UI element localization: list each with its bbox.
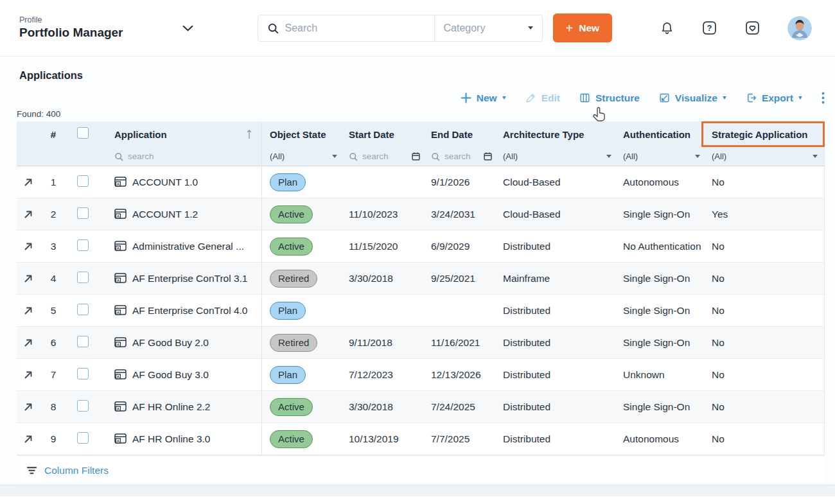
plus-icon: + <box>566 22 574 35</box>
chevron-down-icon <box>332 155 337 158</box>
table-row[interactable]: 4 A AF Enterprise ConTrol 3.1 Retired 3/… <box>17 263 824 295</box>
user-avatar[interactable] <box>787 16 812 40</box>
open-record-icon[interactable] <box>17 434 40 444</box>
application-name[interactable]: Administrative General ... <box>132 241 244 252</box>
application-filter-input[interactable] <box>128 152 261 161</box>
calendar-icon[interactable] <box>411 152 421 161</box>
column-header-start-date[interactable]: Start Date <box>344 129 426 140</box>
column-header-index: # <box>40 129 67 140</box>
start-date-filter-input[interactable] <box>362 152 407 161</box>
svg-text:A: A <box>117 375 120 379</box>
new-button[interactable]: + New <box>553 13 613 42</box>
application-name[interactable]: AF Enterprise ConTrol 4.0 <box>132 305 247 317</box>
applications-table: # Application Object State Start Date En… <box>17 121 825 455</box>
open-record-icon[interactable] <box>17 338 40 348</box>
table-row[interactable]: 1 A ACCOUNT 1.0 Plan 9/1/2026 Cloud-Base… <box>17 166 824 198</box>
open-record-icon[interactable] <box>17 306 40 316</box>
toolbar-edit-button[interactable]: Edit <box>525 92 560 104</box>
column-header-object-state[interactable]: Object State <box>262 129 344 140</box>
open-record-icon[interactable] <box>17 402 40 412</box>
column-filters-link[interactable]: Column Filters <box>17 455 825 485</box>
search-icon <box>349 152 358 161</box>
application-name[interactable]: AF Good Buy 2.0 <box>132 337 209 349</box>
application-name[interactable]: AF Enterprise ConTrol 3.1 <box>132 273 247 284</box>
authentication-filter[interactable]: (All) <box>618 152 707 161</box>
column-header-architecture-type[interactable]: Architecture Type <box>498 129 618 140</box>
table-row[interactable]: 5 A AF Enterprise ConTrol 4.0 Plan Distr… <box>17 295 824 327</box>
table-row[interactable]: 2 A ACCOUNT 1.2 Active 11/10/2023 3/24/2… <box>17 198 824 230</box>
authentication-cell: Autonomous <box>618 177 707 188</box>
end-date-filter-input[interactable] <box>444 152 479 161</box>
object-state-filter[interactable]: (All) <box>262 152 344 161</box>
row-checkbox[interactable] <box>77 432 89 444</box>
sort-ascending-icon[interactable] <box>246 129 252 139</box>
row-checkbox[interactable] <box>77 239 89 251</box>
table-row[interactable]: 3 A Administrative General ... Active 11… <box>17 230 824 263</box>
row-checkbox[interactable] <box>77 400 89 412</box>
end-date-cell: 11/16/2021 <box>426 337 498 349</box>
toolbar-structure-button[interactable]: Structure <box>579 92 640 104</box>
calendar-icon[interactable] <box>483 152 493 161</box>
bell-icon[interactable] <box>660 21 674 35</box>
end-date-filter[interactable] <box>426 152 498 161</box>
toolbar-more-button[interactable] <box>822 92 825 104</box>
application-name[interactable]: AF HR Online 2.2 <box>132 401 210 413</box>
row-index: 8 <box>40 401 67 413</box>
table-row[interactable]: 9 A AF HR Online 3.0 Active 10/13/2019 7… <box>17 423 824 455</box>
new-button-label: New <box>579 22 599 34</box>
architecture-type-cell: Distributed <box>498 337 618 349</box>
architecture-type-cell: Distributed <box>498 241 618 252</box>
row-checkbox[interactable] <box>77 336 89 347</box>
table-row[interactable]: 8 A AF HR Online 2.2 Active 3/30/2018 7/… <box>17 391 824 423</box>
row-checkbox[interactable] <box>77 175 89 187</box>
row-index: 5 <box>40 305 67 317</box>
chevron-down-icon[interactable] <box>182 25 193 31</box>
column-header-strategic-application[interactable]: Strategic Application <box>707 121 824 147</box>
open-record-icon[interactable] <box>17 241 40 252</box>
open-record-icon[interactable] <box>17 177 40 187</box>
strategic-application-filter[interactable]: (All) <box>707 152 824 161</box>
start-date-cell: 3/30/2018 <box>344 273 426 284</box>
architecture-type-filter[interactable]: (All) <box>498 152 618 161</box>
start-date-cell: 11/10/2023 <box>344 209 426 220</box>
row-checkbox[interactable] <box>77 368 89 379</box>
end-date-cell: 9/1/2026 <box>426 177 498 188</box>
top-app-bar: Profile Portfolio Manager Category + New… <box>0 0 835 56</box>
row-index: 2 <box>40 209 67 220</box>
select-all-checkbox[interactable] <box>77 127 89 139</box>
row-checkbox[interactable] <box>77 207 89 219</box>
category-select[interactable]: Category <box>434 15 542 41</box>
object-state-badge: Active <box>270 205 313 223</box>
toolbar-new-button[interactable]: New <box>461 92 506 104</box>
architecture-type-cell: Cloud-Based <box>498 209 618 220</box>
start-date-cell: 9/11/2018 <box>344 337 426 349</box>
start-date-filter[interactable] <box>344 152 426 161</box>
row-checkbox[interactable] <box>77 304 89 315</box>
hand-cursor-icon <box>592 107 608 126</box>
open-record-icon[interactable] <box>17 370 40 380</box>
chevron-down-icon <box>813 155 818 158</box>
table-header-row: # Application Object State Start Date En… <box>17 121 824 147</box>
profile-switcher[interactable]: Profile Portfolio Manager <box>19 15 123 40</box>
table-row[interactable]: 7 A AF Good Buy 3.0 Plan 7/12/2023 12/13… <box>17 359 824 391</box>
column-header-end-date[interactable]: End Date <box>426 129 498 140</box>
toolbar-visualize-button[interactable]: Visualize <box>659 92 726 104</box>
search-input[interactable] <box>285 22 434 34</box>
help-icon[interactable]: ? <box>701 20 717 36</box>
authentication-cell: No Authentication <box>618 241 707 252</box>
table-row[interactable]: 6 A AF Good Buy 2.0 Retired 9/11/2018 11… <box>17 327 824 359</box>
application-name[interactable]: ACCOUNT 1.0 <box>132 177 198 188</box>
strategic-application-cell: No <box>707 305 824 317</box>
heart-badge-icon[interactable] <box>744 20 760 36</box>
row-checkbox[interactable] <box>77 272 89 283</box>
open-record-icon[interactable] <box>17 209 40 220</box>
toolbar-export-button[interactable]: Export <box>746 92 802 104</box>
application-name[interactable]: AF Good Buy 3.0 <box>132 369 209 381</box>
application-filter[interactable] <box>99 147 262 166</box>
column-header-authentication[interactable]: Authentication <box>618 129 707 140</box>
application-name[interactable]: ACCOUNT 1.2 <box>132 209 198 220</box>
application-name[interactable]: AF HR Online 3.0 <box>132 433 210 445</box>
start-date-cell: 3/30/2018 <box>344 401 426 413</box>
column-header-application[interactable]: Application <box>99 121 262 147</box>
open-record-icon[interactable] <box>17 274 40 284</box>
